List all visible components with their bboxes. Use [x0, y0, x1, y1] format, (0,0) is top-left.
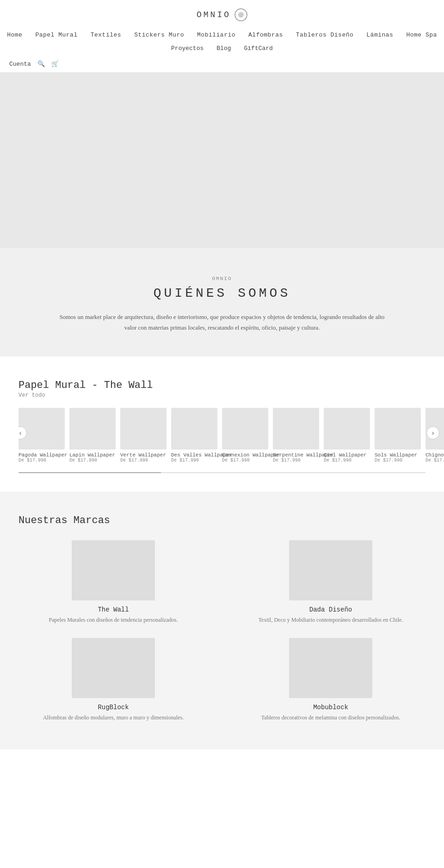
- product-card[interactable]: Ciel WallpaperDe $17.990: [324, 408, 375, 463]
- product-carousel: ‹ Pagoda WallpaperDe $17.990Lapin Wallpa…: [18, 408, 444, 463]
- product-image: [375, 408, 421, 450]
- logo-circle-icon: [234, 8, 247, 21]
- about-section: OMNIO QUIÉNES SOMOS Somos un market plac…: [0, 248, 444, 356]
- product-card[interactable]: Lapin WallpaperDe $17.990: [69, 408, 120, 463]
- product-price: De $17.990: [171, 458, 199, 463]
- brand-image: [289, 540, 372, 600]
- product-image: [222, 408, 268, 450]
- product-card[interactable]: Verte WallpaperDe $17.990: [120, 408, 171, 463]
- carousel-progress: [18, 472, 426, 473]
- brand-description: Alfombras de diseño modulares, muro a mu…: [43, 713, 184, 722]
- about-title: QUIÉNES SOMOS: [56, 286, 388, 300]
- nav-item-tableros-diseño[interactable]: Tableros Diseño: [296, 31, 354, 38]
- nav-item-blog[interactable]: Blog: [216, 45, 231, 52]
- brand-name: The Wall: [98, 606, 129, 613]
- product-price: De $17.990: [18, 458, 46, 463]
- carousel-progress-fill: [18, 472, 161, 473]
- product-name: Ciel Wallpaper: [324, 452, 366, 458]
- brand-card[interactable]: RugBlockAlfombras de diseño modulares, m…: [18, 638, 208, 722]
- hero-banner: [0, 72, 444, 248]
- product-image: [273, 408, 319, 450]
- brand-name: Mobublock: [313, 704, 348, 711]
- brand-description: Tableros decorativos de melamina con dis…: [261, 713, 401, 722]
- brand-image: [72, 540, 155, 600]
- product-card[interactable]: Des Valles WallpaperDe $17.990: [171, 408, 222, 463]
- product-price: De $17.990: [222, 458, 250, 463]
- product-price: De $17.99: [426, 458, 444, 463]
- account-label[interactable]: Cuenta: [9, 61, 31, 68]
- brand-card[interactable]: The WallPapeles Murales con diseños de t…: [18, 540, 208, 624]
- brands-section: Nuestras Marcas The WallPapeles Murales …: [0, 492, 444, 749]
- search-icon[interactable]: 🔍: [37, 60, 45, 68]
- about-label: OMNIO: [56, 276, 388, 281]
- logo[interactable]: OMNIO: [0, 8, 444, 21]
- carousel-inner: Pagoda WallpaperDe $17.990Lapin Wallpape…: [18, 408, 444, 463]
- product-price: De $17.990: [324, 458, 352, 463]
- top-navigation: OMNIO HomePapel MuralTextilesStickers Mu…: [0, 0, 444, 72]
- nav-item-giftcard[interactable]: GiftCard: [244, 45, 273, 52]
- products-see-all[interactable]: Ver todo: [18, 392, 444, 399]
- product-price: De $17.990: [69, 458, 97, 463]
- product-card[interactable]: Sols WallpaperDe $17.990: [375, 408, 426, 463]
- brand-card[interactable]: MobublockTableros decorativos de melamin…: [236, 638, 426, 722]
- brands-section-title: Nuestras Marcas: [18, 515, 426, 526]
- nav-item-proyectos[interactable]: Proyectos: [171, 45, 204, 52]
- cart-icon[interactable]: 🛒: [51, 60, 59, 68]
- nav-row-2: ProyectosBlogGiftCard: [0, 42, 444, 56]
- carousel-next-button[interactable]: ›: [426, 426, 439, 439]
- product-card[interactable]: Serpentine WallpaperDe $17.990: [273, 408, 324, 463]
- product-name: Lapin Wallpaper: [69, 452, 115, 458]
- product-card[interactable]: Connexion WallpaperDe $17.990: [222, 408, 273, 463]
- product-name: Pagoda Wallpaper: [18, 452, 68, 458]
- brand-image: [289, 638, 372, 698]
- product-name: Chignon: [426, 452, 444, 458]
- product-price: De $17.990: [375, 458, 402, 463]
- nav-item-alfombras[interactable]: Alfombras: [248, 31, 283, 38]
- product-image: [69, 408, 116, 450]
- nav-item-textiles[interactable]: Textiles: [91, 31, 121, 38]
- product-price: De $17.990: [120, 458, 148, 463]
- brand-card[interactable]: Dada DiseñoTextil, Deco y Mobiliario con…: [236, 540, 426, 624]
- product-name: Connexion Wallpaper: [222, 452, 280, 458]
- brand-name: RugBlock: [98, 704, 129, 711]
- products-section: Papel Mural - The Wall Ver todo ‹ Pagoda…: [0, 356, 444, 492]
- nav-item-home[interactable]: Home: [7, 31, 22, 38]
- products-section-title: Papel Mural - The Wall: [18, 380, 444, 391]
- logo-text: OMNIO: [197, 10, 231, 19]
- brand-description: Papeles Murales con diseños de tendencia…: [49, 616, 178, 624]
- brand-name: Dada Diseño: [309, 606, 352, 613]
- brand-description: Textil, Deco y Mobiliario contemporáneo …: [259, 616, 403, 624]
- brand-image: [72, 638, 155, 698]
- product-price: De $17.990: [273, 458, 301, 463]
- nav-item-láminas[interactable]: Láminas: [366, 31, 393, 38]
- nav-item-home-spa[interactable]: Home Spa: [406, 31, 437, 38]
- brands-grid: The WallPapeles Murales con diseños de t…: [18, 540, 426, 722]
- product-name: Sols Wallpaper: [375, 452, 417, 458]
- nav-item-stickers-muro[interactable]: Stickers Muro: [134, 31, 184, 38]
- about-text: Somos un market place de arquitectura, d…: [56, 312, 388, 333]
- product-image: [171, 408, 217, 450]
- utility-row: Cuenta 🔍 🛒: [0, 56, 444, 72]
- nav-item-papel-mural[interactable]: Papel Mural: [35, 31, 77, 38]
- product-image: [324, 408, 370, 450]
- nav-row-1: HomePapel MuralTextilesStickers MuroMobi…: [0, 28, 444, 42]
- nav-item-mobiliario[interactable]: Mobiliario: [197, 31, 235, 38]
- product-name: Verte Wallpaper: [120, 452, 166, 458]
- product-image: [120, 408, 166, 450]
